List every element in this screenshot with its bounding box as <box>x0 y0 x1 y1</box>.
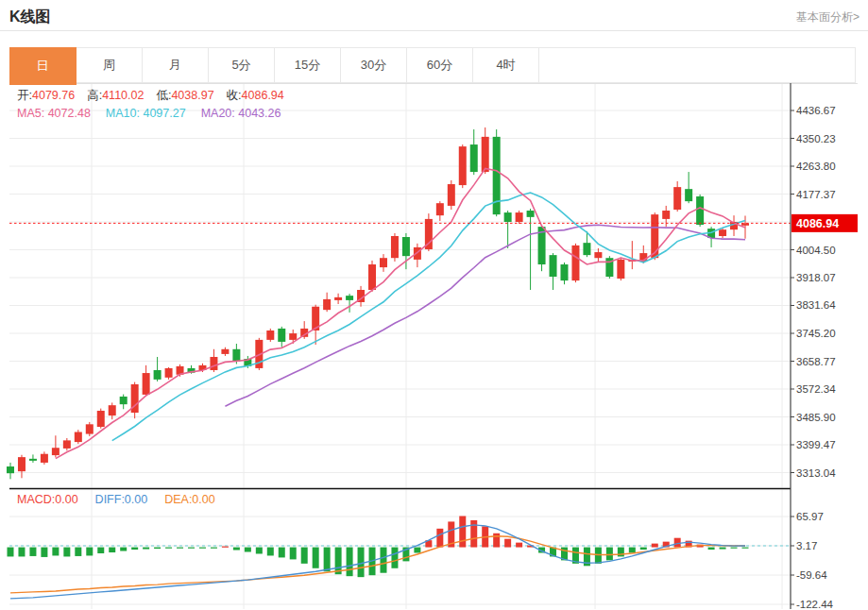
close-label: 收: <box>227 89 242 102</box>
page-title: K线图 <box>9 8 51 27</box>
tab-30min[interactable]: 30分 <box>341 48 407 82</box>
candlestick <box>41 451 48 465</box>
candlestick <box>334 294 342 304</box>
grid-lines <box>9 83 858 609</box>
candlestick <box>605 256 613 279</box>
candles-layer <box>7 127 749 479</box>
tab-5min[interactable]: 5分 <box>209 48 275 82</box>
y-axis: 4436.674350.234263.804177.374004.503918.… <box>791 83 836 610</box>
macd-histogram <box>8 516 749 577</box>
axis-tick-label: -59.64 <box>796 569 827 581</box>
macd-info-bar: MACD:0.00 DIFF:0.00 DEA:0.00 <box>17 493 215 506</box>
candlestick <box>131 382 139 419</box>
dea-value: DEA:0.00 <box>164 493 215 506</box>
candlestick <box>516 211 523 224</box>
candlestick <box>7 463 14 479</box>
close-value: 4086.94 <box>242 89 284 102</box>
macd-pane <box>8 516 791 598</box>
axis-tick-label: -122.44 <box>796 599 834 610</box>
ma5-value: MA5: 4072.48 <box>17 107 91 120</box>
kline-page: 4436.674350.234263.804177.374004.503918.… <box>0 0 868 610</box>
tab-month[interactable]: 月 <box>143 48 209 82</box>
tab-week[interactable]: 周 <box>77 48 143 82</box>
candlestick <box>323 293 331 312</box>
candlestick <box>560 263 568 284</box>
candlestick <box>120 395 128 410</box>
candlestick <box>448 180 455 210</box>
candlestick <box>673 181 681 212</box>
diff-line <box>10 525 745 599</box>
axis-tick-label: 3399.47 <box>796 439 836 450</box>
fundamental-analysis-link[interactable]: 基本面分析> <box>796 9 859 25</box>
candlestick <box>346 294 353 313</box>
candlestick <box>436 201 444 221</box>
candlestick <box>550 253 557 290</box>
axis-tick-label: 3745.20 <box>796 328 836 339</box>
high-value: 4110.02 <box>102 89 144 102</box>
axis-tick-label: 3313.04 <box>796 467 836 479</box>
axis-tick-label: 65.97 <box>796 511 824 522</box>
candlestick <box>210 349 217 372</box>
candlestick <box>75 430 82 444</box>
tab-day[interactable]: 日 <box>9 47 77 85</box>
diff-value: DIFF:0.00 <box>95 493 148 506</box>
candlestick <box>470 129 478 175</box>
current-price-tag-text: 4086.94 <box>796 217 839 230</box>
low-label: 低: <box>156 89 171 102</box>
candlestick <box>391 233 399 262</box>
axis-tick-label: 3.17 <box>796 540 817 551</box>
candlestick <box>594 248 602 262</box>
ohlc-info-bar: 开:4079.76 高:4110.02 低:4038.97 收:4086.94 <box>17 88 284 104</box>
candlestick <box>459 144 467 188</box>
header-divider <box>0 30 868 31</box>
candlestick <box>628 241 636 269</box>
candlestick <box>312 305 319 345</box>
axis-tick-label: 4004.50 <box>796 245 836 256</box>
candlestick <box>414 244 421 267</box>
axis-tick-label: 3918.07 <box>796 272 836 283</box>
open-value: 4079.76 <box>32 89 75 102</box>
candlestick <box>86 422 94 436</box>
axis-tick-label: 4350.23 <box>796 133 836 144</box>
current-price-tag: 4086.94 <box>791 214 858 232</box>
ma20-value: MA20: 4043.26 <box>201 107 281 120</box>
candlestick <box>617 258 624 280</box>
ma5-line <box>56 169 745 459</box>
ma-info-bar: MA5: 4072.48 MA10: 4097.27 MA20: 4043.26 <box>17 107 281 120</box>
candlestick <box>221 347 229 356</box>
tab-4hour[interactable]: 4时 <box>473 48 539 82</box>
candlestick <box>63 438 71 450</box>
axis-tick-label: 4177.37 <box>796 189 836 200</box>
candlestick <box>52 435 60 457</box>
candlestick <box>29 454 37 463</box>
open-label: 开: <box>17 89 32 102</box>
interval-tab-bar: 日 周 月 5分 15分 30分 60分 4时 <box>9 47 856 83</box>
candlestick <box>165 367 173 380</box>
candlestick <box>380 254 387 272</box>
candlestick <box>482 127 489 174</box>
macd-value: MACD:0.00 <box>17 493 78 506</box>
high-label: 高: <box>87 89 102 102</box>
axis-tick-label: 3485.90 <box>796 412 836 423</box>
candlestick <box>97 409 105 429</box>
tab-15min[interactable]: 15分 <box>275 48 341 82</box>
axis-tick-label: 3572.34 <box>796 383 836 395</box>
axis-tick-label: 3831.64 <box>796 299 836 311</box>
candlestick <box>278 327 285 347</box>
candlestick <box>685 172 692 203</box>
candlestick <box>696 195 704 227</box>
ma20-line <box>225 225 745 406</box>
low-value: 4038.97 <box>171 89 213 102</box>
candlestick <box>504 211 512 248</box>
axis-tick-label: 3658.77 <box>796 356 836 367</box>
axis-tick-label: 4263.80 <box>796 161 836 172</box>
candlestick <box>368 261 376 292</box>
ma10-value: MA10: 4097.27 <box>106 107 186 120</box>
candlestick <box>18 455 26 479</box>
candlestick <box>266 329 274 342</box>
tab-60min[interactable]: 60分 <box>407 48 473 82</box>
candlestick <box>571 244 579 282</box>
candlestick <box>154 357 162 381</box>
dea-line <box>10 536 745 593</box>
candlestick <box>143 365 150 397</box>
